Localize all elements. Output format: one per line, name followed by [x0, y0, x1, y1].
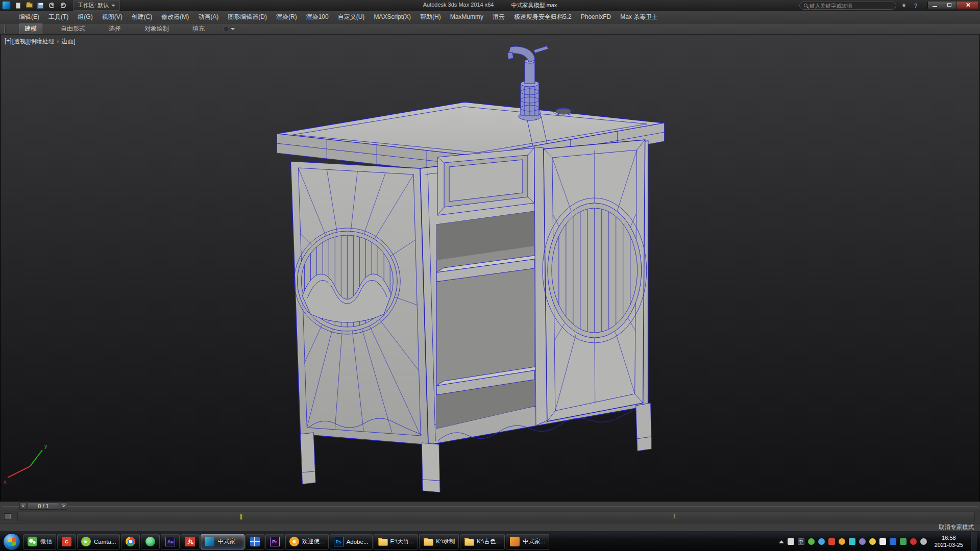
workspace-label: 工作区: 默认	[78, 2, 109, 9]
camtasia-icon: ▶	[81, 537, 91, 546]
tray-green-icon[interactable]	[808, 538, 815, 545]
save-file-icon[interactable]	[36, 2, 44, 10]
menu-archiver[interactable]: 极速瘦身安全归档5.2	[509, 11, 576, 23]
infocenter-search[interactable]	[799, 2, 896, 10]
taskbar-button-chrome[interactable]	[121, 534, 140, 549]
next-frame-button[interactable]: >	[60, 503, 67, 510]
tray-expand-button[interactable]	[779, 538, 784, 543]
tray-green2-icon[interactable]	[900, 538, 906, 545]
menu-antivirus[interactable]: Max 杀毒卫士	[616, 11, 663, 23]
menu-xuanyun[interactable]: 渲云	[488, 11, 509, 23]
taskbar-clock[interactable]: 16:58 2021-03-25	[930, 535, 967, 549]
menu-animation[interactable]: 动画(A)	[193, 11, 223, 23]
show-desktop-button[interactable]	[971, 532, 977, 551]
taskbar-button-3dsmax-active[interactable]: 中式家...	[201, 534, 244, 549]
app-title: Autodesk 3ds Max 2014 x64	[423, 2, 494, 9]
tray-orange-icon[interactable]	[839, 538, 845, 545]
taskbar-button-red-app[interactable]: C	[57, 534, 76, 549]
tray-purple-icon[interactable]	[859, 538, 866, 545]
viewport-shading-menu[interactable]: [明暗处理 + 边面]	[28, 37, 75, 46]
status-bar: 取消专家模式	[0, 523, 980, 532]
time-slider-bar[interactable]: < 0 / 1 >	[0, 502, 980, 510]
taskbar-button-3dsmax-file[interactable]: 中式家...	[506, 534, 549, 549]
tray-blue-icon[interactable]	[818, 538, 825, 545]
perspective-viewport[interactable]: [+] [透视] [明暗处理 + 边面]	[0, 35, 980, 502]
search-input[interactable]	[810, 3, 892, 9]
cancel-expert-mode-button[interactable]: 取消专家模式	[939, 523, 974, 531]
undo-icon[interactable]	[47, 2, 56, 10]
taskbar-button-welcome[interactable]: 欢迎使...	[285, 534, 329, 549]
ribbon-minimize-button[interactable]	[223, 26, 235, 32]
taskbar-button-folder-k1[interactable]: K:\录制	[419, 534, 459, 549]
network-icon[interactable]	[890, 538, 896, 545]
taskbar-button-photoshop[interactable]: Ps Adobe...	[330, 534, 373, 549]
track-bar[interactable]: 1	[0, 510, 980, 523]
clock-time: 16:58	[935, 535, 963, 542]
viewport-general-menu[interactable]: [+]	[5, 37, 12, 46]
track-bar-ruler[interactable]	[17, 512, 975, 521]
clock-date: 2021-03-25	[935, 542, 963, 549]
menu-tools[interactable]: 工具(T)	[44, 11, 73, 23]
ribbon-tab-object-paint[interactable]: 对象绘制	[139, 24, 174, 34]
previous-frame-button[interactable]: <	[19, 503, 27, 510]
axis-y-label: y	[44, 443, 47, 449]
menu-maxmummy[interactable]: MaxMummy	[446, 11, 488, 23]
redo-icon[interactable]	[59, 2, 67, 10]
menu-modifiers[interactable]: 修改器(M)	[157, 11, 193, 23]
viewport-scene[interactable]: x y	[1, 35, 979, 502]
ribbon-tab-populate[interactable]: 填充	[187, 24, 210, 34]
favorites-icon[interactable]: ★	[900, 2, 908, 9]
viewport-pov-menu[interactable]: [透视]	[12, 37, 28, 46]
menu-maxscript[interactable]: MAXScript(X)	[369, 11, 415, 23]
close-button[interactable]	[957, 2, 979, 9]
taskbar-button-wan[interactable]: 丸	[181, 534, 200, 549]
time-slider-handle[interactable]: 0 / 1	[28, 503, 59, 510]
menu-views[interactable]: 视图(V)	[97, 11, 127, 23]
taskbar-button-audition[interactable]: Au	[161, 534, 180, 549]
menu-edit[interactable]: 编辑(E)	[14, 11, 44, 23]
help-icon[interactable]: ?	[912, 3, 920, 9]
cabinet-model[interactable]	[277, 46, 664, 492]
ribbon-tab-modeling[interactable]: 建模	[19, 23, 42, 34]
ribbon-tab-selection[interactable]: 选择	[104, 24, 126, 34]
new-scene-icon[interactable]	[14, 2, 22, 10]
printer-icon[interactable]	[788, 538, 794, 545]
start-button[interactable]	[3, 533, 20, 550]
taskbar-button-folder-k2[interactable]: K:\古色...	[460, 534, 505, 549]
taskbar-button-camtasia[interactable]: ▶ Camta...	[77, 534, 120, 549]
taskbar-button-wechat[interactable]: 微信	[23, 534, 56, 549]
workspace-selector[interactable]: 工作区: 默认	[73, 0, 120, 11]
ime-icon[interactable]: 中	[798, 538, 804, 545]
menu-render100[interactable]: 渲染100	[302, 11, 333, 23]
photoshop-icon: Ps	[334, 537, 344, 546]
taskbar-button-folder-e[interactable]: E:\天竹...	[374, 534, 419, 549]
mini-listener-icon[interactable]	[4, 513, 11, 520]
cabinet-left-panel	[290, 161, 428, 445]
menu-customize[interactable]: 自定义(U)	[333, 11, 370, 23]
system-tray: 中 16:58 2021-03-25	[776, 532, 980, 551]
toolbar-grip[interactable]	[4, 26, 6, 33]
menu-graph-editors[interactable]: 图形编辑器(D)	[223, 11, 272, 23]
volume-icon[interactable]	[920, 538, 927, 545]
taskbar-button-green-app[interactable]	[141, 534, 160, 549]
taskbar-button-blue-tiles[interactable]	[246, 534, 264, 549]
taskbar-button-premiere[interactable]: Pr	[265, 534, 284, 549]
minimize-button[interactable]	[927, 2, 942, 9]
mail-icon[interactable]	[879, 538, 886, 545]
ribbon-tab-freeform[interactable]: 自由形式	[56, 24, 90, 34]
tray-teal-icon[interactable]	[849, 538, 855, 545]
security-shield-icon[interactable]	[828, 538, 835, 545]
wechat-icon	[28, 537, 37, 546]
menu-rendering[interactable]: 渲染(R)	[272, 11, 302, 23]
open-file-icon[interactable]	[25, 2, 33, 10]
tray-yellow-icon[interactable]	[869, 538, 876, 545]
menu-help[interactable]: 帮助(H)	[415, 11, 446, 23]
menu-phoenixfd[interactable]: PhoenixFD	[576, 11, 616, 23]
maximize-button[interactable]	[942, 2, 957, 9]
menu-create[interactable]: 创建(C)	[127, 11, 157, 23]
track-bar-marker[interactable]	[240, 514, 242, 520]
cabinet-door	[543, 140, 647, 421]
menu-group[interactable]: 组(G)	[73, 11, 97, 23]
tray-red-icon[interactable]	[910, 538, 917, 545]
3dsmax-app-icon[interactable]	[2, 1, 11, 10]
